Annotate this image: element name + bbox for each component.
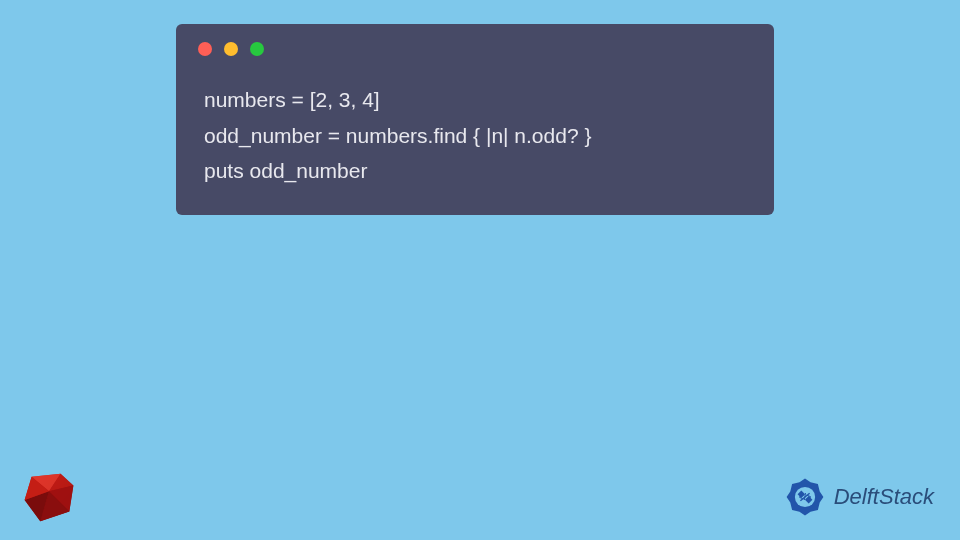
delftstack-logo: </> DelftStack <box>782 474 934 520</box>
code-line: numbers = [2, 3, 4] <box>204 82 746 118</box>
code-line: odd_number = numbers.find { |n| n.odd? } <box>204 118 746 154</box>
window-controls <box>176 24 774 66</box>
code-line: puts odd_number <box>204 153 746 189</box>
svg-text:</>: </> <box>799 493 811 502</box>
maximize-icon <box>250 42 264 56</box>
ruby-logo-icon <box>20 468 78 526</box>
close-icon <box>198 42 212 56</box>
minimize-icon <box>224 42 238 56</box>
code-content: numbers = [2, 3, 4] odd_number = numbers… <box>176 66 774 195</box>
delftstack-brand-text: DelftStack <box>834 484 934 510</box>
code-window: numbers = [2, 3, 4] odd_number = numbers… <box>176 24 774 215</box>
delftstack-badge-icon: </> <box>782 474 828 520</box>
